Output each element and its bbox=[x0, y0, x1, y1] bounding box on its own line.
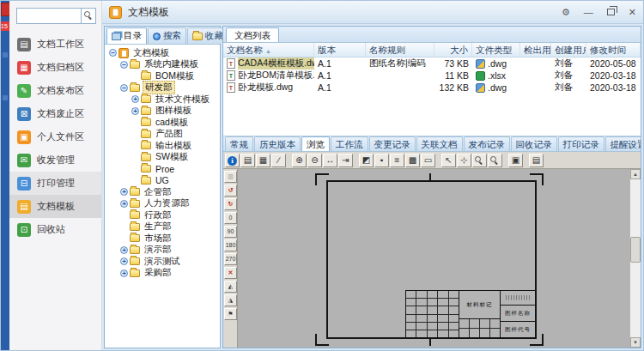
sidebar-item-7[interactable]: ▤文档模板 bbox=[9, 195, 101, 218]
tab-9[interactable]: 提醒设置 bbox=[605, 136, 641, 151]
delete-markup-icon[interactable]: ✕ bbox=[224, 267, 237, 279]
layers-icon[interactable]: ≡ bbox=[390, 154, 404, 167]
sidebar-item-5[interactable]: ✉收发管理 bbox=[9, 148, 101, 172]
tree-item[interactable]: Proe bbox=[106, 163, 220, 175]
expand-icon[interactable]: + bbox=[120, 200, 128, 208]
tree-item[interactable]: 市场部 bbox=[106, 233, 220, 245]
tab-search[interactable]: 搜索 bbox=[148, 27, 186, 44]
tab-document-list[interactable]: 文档列表 bbox=[226, 27, 279, 42]
fit-width-icon[interactable]: ↔ bbox=[323, 154, 337, 167]
column-header-4[interactable]: 文件类型 bbox=[472, 43, 520, 57]
expand-icon[interactable]: + bbox=[120, 257, 128, 265]
tab-catalog[interactable]: 目录 bbox=[106, 27, 147, 44]
minimize-button[interactable]: — bbox=[584, 8, 593, 17]
insert-block-icon[interactable]: ▣ bbox=[508, 154, 523, 167]
rotate-right-icon[interactable]: ↻ bbox=[224, 198, 237, 210]
sidebar-item-1[interactable]: ▦文档归档区 bbox=[9, 56, 101, 79]
zoom-out-icon[interactable]: ⊖ bbox=[307, 154, 322, 167]
expand-icon[interactable]: + bbox=[120, 269, 128, 277]
zoom-extents-icon[interactable] bbox=[488, 154, 502, 167]
sidebar-item-6[interactable]: ⊟打印管理 bbox=[9, 172, 101, 195]
expand-icon[interactable]: + bbox=[120, 188, 128, 196]
column-header-5[interactable]: 检出用户 bbox=[520, 43, 551, 57]
table-row[interactable]: T卧龙模板.dwgA.1132 KB.dwg刘备2020-03-18 bbox=[223, 82, 641, 94]
tree-item[interactable]: +演示部 bbox=[106, 245, 220, 257]
sidebar-item-8[interactable]: ⊡回收站 bbox=[9, 218, 101, 241]
tab-4[interactable]: 变更记录 bbox=[369, 136, 416, 151]
flip-vertical-icon[interactable]: ◭ bbox=[224, 281, 237, 293]
tree-item[interactable]: +图样模板 bbox=[106, 106, 220, 118]
tree-item[interactable]: −系统内建模板 bbox=[106, 59, 220, 71]
collapse-icon[interactable]: − bbox=[120, 61, 128, 69]
scroll-up-icon[interactable]: ▲ bbox=[630, 169, 641, 179]
tree-item[interactable]: −研发部 bbox=[106, 82, 220, 94]
scroll-down-icon[interactable]: ▼ bbox=[630, 337, 641, 348]
tree-item[interactable]: +企管部 bbox=[106, 186, 220, 198]
info-icon[interactable]: i bbox=[225, 154, 240, 167]
tree-item[interactable]: SW模板 bbox=[106, 152, 220, 164]
zoom-window-icon[interactable] bbox=[472, 154, 487, 167]
pan-window-icon[interactable]: ▭ bbox=[421, 154, 435, 167]
scrollbar-thumb[interactable] bbox=[630, 237, 641, 263]
tree-item[interactable]: +演示测试 bbox=[106, 256, 220, 268]
table-row[interactable]: T卧龙BOM清单模板.xlsxA.111 KB.xlsx刘备2020-03-18 bbox=[223, 70, 641, 82]
sidebar-item-0[interactable]: ▤文档工作区 bbox=[9, 33, 101, 56]
print-icon[interactable]: ▦ bbox=[256, 154, 270, 167]
layer-colors-icon[interactable]: ▩ bbox=[405, 154, 420, 167]
column-header-7[interactable]: 修改时间 bbox=[586, 43, 641, 57]
background-icon[interactable]: ▪ bbox=[374, 154, 389, 167]
tab-7[interactable]: 回收记录 bbox=[511, 136, 557, 151]
pan-hand-icon[interactable]: ⊹ bbox=[457, 154, 471, 167]
sidebar-item-2[interactable]: ✎文档发布区 bbox=[9, 79, 101, 102]
fit-height-icon[interactable]: ⇥ bbox=[338, 154, 353, 167]
tree-item[interactable]: −文档模板 bbox=[106, 47, 220, 59]
rotate-270-icon[interactable]: 270 bbox=[224, 253, 237, 265]
markup-flag-icon[interactable]: ⚑ bbox=[224, 308, 237, 320]
measure-icon[interactable]: ∕ bbox=[271, 154, 286, 167]
tab-5[interactable]: 关联文档 bbox=[416, 136, 463, 151]
rotate-90-icon[interactable]: 90 bbox=[224, 226, 237, 238]
sidebar-item-3[interactable]: ⊠文档废止区 bbox=[9, 102, 101, 125]
restore-button[interactable] bbox=[607, 8, 615, 17]
zoom-in-icon[interactable]: ⊕ bbox=[292, 154, 307, 167]
tree-item[interactable]: 产品图 bbox=[106, 129, 220, 141]
rotate-0-icon[interactable]: 0 bbox=[224, 212, 237, 224]
tree-item[interactable]: 生产部 bbox=[106, 221, 220, 233]
tree-item[interactable]: 行政部 bbox=[106, 209, 220, 221]
viewer-scrollbar[interactable]: ▲ ▼ bbox=[629, 169, 641, 348]
print-preview-icon[interactable]: ▤ bbox=[240, 154, 255, 167]
search-button[interactable] bbox=[81, 8, 96, 24]
expand-icon[interactable]: + bbox=[131, 95, 139, 103]
rotate-left-icon[interactable]: ↺ bbox=[224, 185, 237, 197]
column-header-2[interactable]: 名称规则 bbox=[366, 43, 434, 57]
expand-icon[interactable]: + bbox=[120, 246, 128, 254]
tab-1[interactable]: 历史版本 bbox=[254, 136, 301, 151]
tree-item[interactable]: +采购部 bbox=[106, 268, 220, 280]
tree-item[interactable]: +技术文件模板 bbox=[106, 94, 220, 106]
drawing-canvas[interactable]: 材料标记 图样名称 图样代号 bbox=[238, 169, 629, 348]
column-header-3[interactable]: 大小 bbox=[434, 43, 472, 57]
tree-item[interactable]: UG bbox=[106, 175, 220, 187]
column-header-1[interactable]: 版本 bbox=[314, 43, 366, 57]
table-row[interactable]: TCADA4横框模板.dwgA.1图纸名称|编码73 KB.dwg刘备2020-… bbox=[223, 57, 641, 70]
tab-0[interactable]: 常规 bbox=[225, 136, 253, 151]
tab-2[interactable]: 浏览 bbox=[301, 136, 330, 151]
collapse-icon[interactable]: − bbox=[120, 84, 128, 92]
contrast-icon[interactable]: ◩ bbox=[359, 154, 374, 167]
column-header-6[interactable]: 创建用户 bbox=[551, 43, 586, 57]
raster-bands-icon[interactable]: ▤ bbox=[529, 154, 544, 167]
tab-6[interactable]: 发布记录 bbox=[464, 136, 510, 151]
close-button[interactable]: ✕ bbox=[629, 8, 636, 17]
flip-horizontal-icon[interactable]: ◮ bbox=[224, 294, 237, 306]
tab-8[interactable]: 打印记录 bbox=[558, 136, 605, 151]
tree-item[interactable]: 输出模板 bbox=[106, 140, 220, 152]
sidebar-item-4[interactable]: ▣个人文件区 bbox=[9, 125, 101, 148]
tree-item[interactable]: cad模板 bbox=[106, 117, 220, 129]
select-arrow-icon[interactable]: ↖ bbox=[441, 154, 456, 167]
settings-icon[interactable]: ⚙ bbox=[562, 8, 570, 17]
tab-3[interactable]: 工作流 bbox=[331, 136, 368, 151]
rotate-180-icon[interactable]: 180 bbox=[224, 239, 237, 251]
tree-item[interactable]: +人力资源部 bbox=[106, 198, 220, 210]
column-header-0[interactable]: 文档名称▲ bbox=[223, 43, 314, 57]
expand-icon[interactable]: + bbox=[131, 107, 139, 115]
